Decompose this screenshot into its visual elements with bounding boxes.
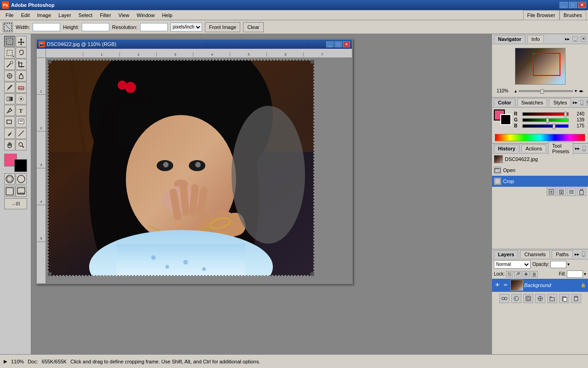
new-layer-button[interactable] (559, 294, 569, 303)
crop-tool[interactable] (4, 36, 15, 47)
imageready-tool[interactable]: →IR (4, 198, 27, 209)
menu-help[interactable]: Help (158, 12, 176, 19)
image-canvas-container[interactable] (46, 58, 352, 283)
menu-filter[interactable]: Filter (96, 12, 114, 19)
magic-wand-tool[interactable] (4, 59, 15, 70)
opacity-input[interactable]: 100% (550, 261, 566, 268)
menu-edit[interactable]: Edit (17, 12, 34, 19)
image-canvas[interactable] (48, 60, 314, 276)
trash-history-button[interactable] (577, 188, 586, 196)
delete-history-button[interactable] (557, 188, 566, 196)
history-item-snapshot[interactable]: DSC04622.jpg (492, 154, 588, 165)
layers-panel-minimize[interactable]: _ (582, 251, 585, 257)
color-panel-close[interactable]: ✕ (586, 100, 588, 105)
red-slider[interactable] (522, 112, 569, 116)
color-background-swatch[interactable] (500, 114, 511, 125)
styles-tab[interactable]: Styles (549, 98, 571, 106)
layers-tab[interactable]: Layers (494, 250, 518, 258)
color-spectrum[interactable] (495, 134, 585, 141)
height-input[interactable] (82, 23, 109, 31)
navigator-tab[interactable]: Navigator (494, 35, 526, 43)
delete-layer-button[interactable] (571, 294, 581, 303)
tool-presets-tab[interactable]: Tool Presets (548, 142, 573, 155)
history-tab[interactable]: History (494, 144, 520, 152)
crop-tool-2[interactable] (16, 59, 27, 70)
new-snapshot-button[interactable] (547, 188, 556, 196)
blur-tool[interactable] (16, 93, 27, 104)
navigator-panel-close[interactable]: ✕ (581, 36, 586, 42)
color-expand[interactable]: ▸▸ (573, 100, 577, 105)
layer-visibility-toggle[interactable]: 👁 (494, 282, 501, 289)
image-close-button[interactable]: ✕ (343, 41, 350, 47)
history-panel-minimize[interactable]: _ (582, 146, 585, 151)
navigator-panel-minimize[interactable]: _ (572, 36, 578, 42)
brushes-button[interactable]: Brushes (560, 10, 586, 20)
brush-tool[interactable] (4, 82, 15, 93)
layer-item-background[interactable]: 👁 ✏ Background 🔒 (492, 279, 588, 292)
image-minimize-button[interactable]: _ (326, 41, 334, 47)
standard-mode-tool[interactable] (16, 173, 27, 184)
file-browser-button[interactable]: File Browser (523, 10, 560, 20)
close-button[interactable]: ✕ (578, 2, 586, 8)
blue-slider-thumb[interactable] (553, 124, 555, 129)
healing-tool[interactable] (4, 70, 15, 81)
history-expand[interactable]: ▸▸ (575, 146, 580, 151)
zoom-slider-thumb[interactable] (540, 89, 544, 94)
color-swatch-area[interactable] (4, 154, 27, 172)
standard-screen-tool[interactable] (4, 186, 15, 197)
zoom-tool[interactable] (16, 139, 27, 150)
maximize-button[interactable]: □ (569, 2, 577, 8)
add-mask-button[interactable] (523, 294, 533, 303)
green-slider-thumb[interactable] (546, 118, 549, 123)
menu-select[interactable]: Select (75, 12, 96, 19)
shape-tool[interactable] (4, 116, 15, 127)
resolution-unit-select[interactable]: pixels/inch pixels/cm (170, 23, 202, 32)
move-tool[interactable] (16, 36, 27, 47)
marquee-tool[interactable]: ▸ (4, 47, 15, 58)
fill-input[interactable]: 100% (567, 270, 583, 278)
add-style-button[interactable]: f (511, 294, 521, 303)
swatches-tab[interactable]: Swatches (517, 98, 548, 106)
lock-transparent-button[interactable] (506, 271, 513, 277)
clone-stamp-tool[interactable] (16, 70, 27, 81)
menu-layer[interactable]: Layer (55, 12, 75, 19)
minimize-button[interactable]: _ (560, 2, 568, 8)
zoom-arrows[interactable]: ◂▸ (579, 88, 583, 93)
green-slider[interactable] (522, 118, 569, 122)
zoom-slider[interactable] (519, 90, 573, 92)
blend-mode-select[interactable]: Normal Multiply Screen Overlay (494, 260, 531, 269)
eraser-tool[interactable] (16, 82, 27, 93)
info-tab[interactable]: Info (527, 35, 544, 43)
image-maximize-button[interactable]: □ (334, 41, 342, 47)
opacity-arrow[interactable]: ▾ (567, 262, 570, 267)
background-color-swatch[interactable] (14, 159, 27, 172)
menu-window[interactable]: Window (133, 12, 158, 19)
menu-image[interactable]: Image (34, 12, 55, 19)
history-options-button[interactable] (567, 188, 576, 196)
red-slider-thumb[interactable] (564, 112, 567, 117)
lasso-tool[interactable] (16, 47, 27, 58)
layers-expand[interactable]: ▸▸ (575, 252, 579, 257)
lock-move-button[interactable] (522, 271, 530, 277)
navigator-expand[interactable]: ▸▸ (565, 36, 570, 41)
history-item-crop[interactable]: Crop (492, 176, 588, 187)
color-panel-minimize[interactable]: _ (580, 100, 583, 105)
color-tab[interactable]: Color (494, 98, 515, 106)
link-layers-button[interactable] (499, 294, 509, 303)
history-item-open[interactable]: Open (492, 165, 588, 176)
channels-tab[interactable]: Channels (520, 250, 549, 258)
quick-mask-tool[interactable] (4, 173, 15, 184)
fill-arrow[interactable]: ▾ (584, 271, 586, 276)
notes-tool[interactable] (16, 116, 27, 127)
navigator-view-rect[interactable] (533, 53, 560, 76)
front-image-button[interactable]: Front Image (205, 22, 240, 32)
eyedropper-tool[interactable] (4, 128, 15, 139)
pen-tool[interactable] (4, 105, 15, 116)
zoom-minus-button[interactable]: ▴ (514, 88, 517, 93)
text-tool[interactable]: T (16, 105, 27, 116)
menu-file[interactable]: File (2, 12, 17, 19)
paths-tab[interactable]: Paths (552, 250, 573, 258)
width-input[interactable] (33, 23, 60, 31)
measure-tool[interactable] (16, 128, 27, 139)
create-group-button[interactable] (547, 294, 557, 303)
